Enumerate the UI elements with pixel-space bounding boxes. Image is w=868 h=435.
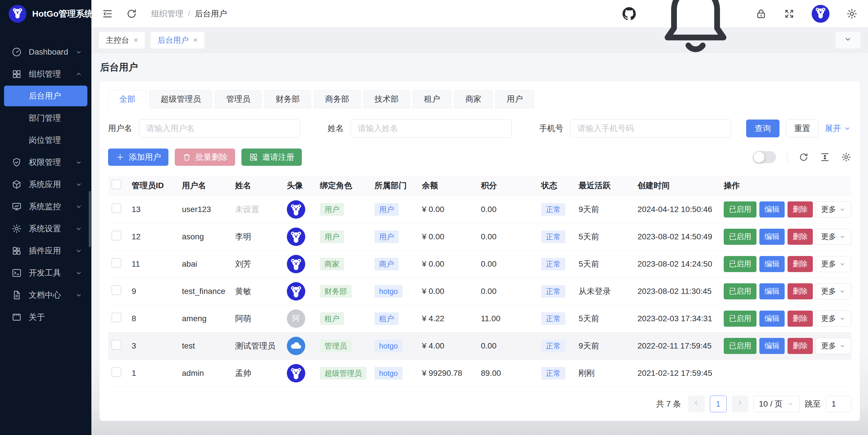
sidebar-item-backend-users[interactable]: 后台用户 [4, 86, 87, 106]
edit-button[interactable]: 编辑 [760, 283, 785, 300]
more-button[interactable]: 更多 [816, 283, 851, 300]
cell-last-active: 从未登录 [575, 278, 634, 305]
row-checkbox[interactable] [112, 231, 121, 241]
filter-tab[interactable]: 商务部 [314, 90, 361, 108]
invite-register-button[interactable]: 邀请注册 [242, 149, 302, 166]
fullscreen-icon[interactable] [783, 8, 795, 20]
filter-tab[interactable]: 用户 [496, 90, 534, 108]
sidebar-item-dashboard[interactable]: Dashboard [0, 41, 91, 63]
enabled-button[interactable]: 已启用 [724, 311, 756, 327]
more-button[interactable]: 更多 [816, 229, 851, 245]
delete-button[interactable]: 删除 [787, 338, 813, 354]
settings-gear-icon[interactable] [846, 8, 858, 20]
delete-button[interactable]: 删除 [787, 229, 813, 245]
sidebar-scrollbar[interactable] [89, 191, 91, 247]
next-page-button[interactable] [732, 396, 748, 412]
more-button[interactable]: 更多 [816, 201, 851, 218]
mobile-input[interactable] [570, 119, 731, 137]
lock-screen-icon[interactable] [755, 8, 767, 20]
edit-button[interactable]: 编辑 [760, 311, 785, 327]
row-checkbox[interactable] [112, 340, 121, 350]
enabled-button[interactable]: 已启用 [724, 283, 756, 300]
sidebar-item-sys-monitor[interactable]: 系统监控 [0, 195, 91, 218]
filter-tab[interactable]: 技术部 [363, 90, 410, 108]
filter-tab[interactable]: 商家 [454, 90, 493, 108]
expand-link[interactable]: 展开 [825, 123, 851, 134]
row-checkbox[interactable] [112, 285, 121, 295]
tab-options-button[interactable] [835, 32, 861, 49]
batch-delete-button[interactable]: 批量删除 [175, 149, 235, 166]
notifications[interactable]: 1 [652, 0, 739, 57]
cell-username: ameng [179, 305, 232, 332]
prev-page-button[interactable] [688, 396, 705, 412]
page-number-button[interactable]: 1 [710, 396, 726, 412]
sidebar-item-org[interactable]: 组织管理 [0, 63, 91, 85]
more-button[interactable]: 更多 [816, 338, 851, 354]
row-checkbox[interactable] [112, 313, 121, 322]
enabled-button[interactable]: 已启用 [724, 338, 756, 354]
username-input[interactable] [139, 119, 300, 137]
filter-tab[interactable]: 租户 [413, 90, 451, 108]
edit-button[interactable]: 编辑 [760, 201, 785, 218]
edit-button[interactable]: 编辑 [760, 338, 785, 354]
filter-tab[interactable]: 全部 [108, 90, 147, 108]
query-button[interactable]: 查询 [746, 120, 779, 137]
filter-tab[interactable]: 管理员 [215, 90, 261, 108]
filter-tab[interactable]: 超级管理员 [150, 90, 212, 108]
edit-button[interactable]: 编辑 [760, 256, 785, 272]
enabled-button[interactable]: 已启用 [724, 256, 756, 272]
table-density-icon[interactable] [820, 152, 830, 162]
role-tag: 用户 [320, 203, 344, 216]
sidebar-item-post-manage[interactable]: 岗位管理 [0, 129, 91, 151]
cell-admin-id: 12 [128, 223, 179, 250]
row-checkbox[interactable] [112, 258, 121, 268]
page-size-select[interactable]: 10 / 页 [754, 396, 800, 412]
refresh-icon[interactable] [126, 8, 137, 20]
row-checkbox[interactable] [112, 204, 121, 213]
trash-icon [182, 153, 191, 162]
sidebar-item-sys-setting[interactable]: 系统设置 [0, 218, 91, 240]
status-badge: 正常 [541, 367, 565, 379]
page-tab[interactable]: 主控台× [99, 32, 145, 49]
enabled-button[interactable]: 已启用 [724, 201, 756, 218]
sidebar-item-permission[interactable]: 权限管理 [0, 151, 91, 173]
delete-button[interactable]: 删除 [787, 256, 813, 272]
user-avatar[interactable] [812, 5, 830, 23]
more-button[interactable]: 更多 [816, 256, 851, 272]
select-all-checkbox[interactable] [112, 180, 121, 189]
menu-fold-icon[interactable] [102, 8, 113, 20]
row-checkbox[interactable] [112, 367, 121, 377]
sidebar-item-sys-app[interactable]: 系统应用 [0, 173, 91, 195]
reset-button[interactable]: 重置 [786, 120, 818, 137]
delete-button[interactable]: 删除 [787, 283, 813, 300]
doc-icon [11, 290, 22, 300]
table-settings-icon[interactable] [841, 152, 851, 162]
delete-button[interactable]: 删除 [787, 201, 813, 218]
striped-toggle[interactable] [753, 151, 776, 163]
sidebar-item-doc-center[interactable]: 文档中心 [0, 284, 91, 306]
realname-input[interactable] [351, 119, 512, 137]
breadcrumb-root[interactable]: 组织管理 [151, 8, 183, 19]
github-icon[interactable] [623, 7, 636, 21]
delete-button[interactable]: 删除 [787, 311, 813, 327]
page-tab[interactable]: 后台用户× [151, 32, 204, 49]
filter-tab[interactable]: 财务部 [265, 90, 311, 108]
cell-realname: 黄敏 [232, 278, 283, 305]
header-cell: 积分 [477, 176, 538, 196]
close-icon[interactable]: × [134, 36, 138, 44]
sidebar-item-about[interactable]: 关于 [0, 306, 91, 328]
app-root: HotGo管理系统 Dashboard组织管理后台用户部门管理岗位管理权限管理系… [0, 0, 868, 435]
table-refresh-icon[interactable] [799, 152, 809, 162]
jump-page-input[interactable] [826, 396, 851, 412]
enabled-button[interactable]: 已启用 [724, 229, 756, 245]
jump-label: 跳至 [805, 399, 821, 409]
bell-icon[interactable] [652, 0, 739, 57]
more-button[interactable]: 更多 [816, 311, 851, 327]
sidebar-item-dept-manage[interactable]: 部门管理 [0, 107, 91, 129]
close-icon[interactable]: × [193, 36, 197, 44]
sidebar-item-plugin-app[interactable]: 插件应用 [0, 240, 91, 262]
add-user-button[interactable]: 添加用户 [108, 149, 168, 166]
sidebar-item-dev-tools[interactable]: 开发工具 [0, 262, 91, 284]
edit-button[interactable]: 编辑 [760, 229, 785, 245]
cell-admin-id: 3 [128, 332, 179, 360]
